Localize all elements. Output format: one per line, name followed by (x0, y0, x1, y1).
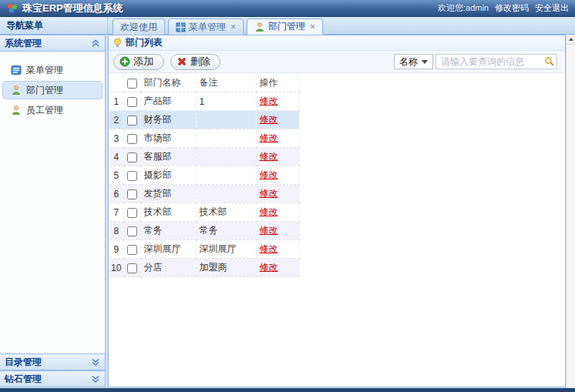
row-checkbox[interactable] (127, 189, 137, 199)
sidebar-item-dept-mgmt[interactable]: 部门管理 (2, 81, 103, 99)
modify-link[interactable]: 修改 (260, 262, 278, 273)
chevron-down-icon (422, 60, 428, 64)
delete-button[interactable]: 删除 (170, 54, 221, 70)
chevron-down-icon[interactable] (91, 357, 100, 367)
tab-label: 部门管理 (268, 20, 305, 33)
add-button-label: 添加 (133, 55, 154, 69)
remark-cell: 常务 (196, 222, 256, 240)
change-password-link[interactable]: 修改密码 (495, 2, 529, 14)
menu-icon (11, 65, 22, 75)
dept-name-cell: 财务部 (140, 111, 196, 129)
close-icon[interactable]: × (310, 23, 315, 31)
row-checkbox[interactable] (127, 97, 137, 107)
row-number: 7 (109, 203, 123, 222)
grid-icon (176, 22, 186, 32)
table-row[interactable]: 8常务常务修改 (109, 222, 299, 240)
sidebar-section-catalog-mgmt[interactable]: 目录管理 (0, 353, 106, 370)
app-window: 珠宝ERP管理信息系统 欢迎您:admin 修改密码 安全退出 导航菜单 欢迎使… (0, 0, 575, 392)
search-field-select[interactable]: 名称 (394, 54, 433, 69)
search-input[interactable] (435, 54, 557, 69)
sidebar-section-diamond-mgmt[interactable]: 钻石管理 (0, 370, 106, 387)
action-cell: 修改 (256, 111, 299, 129)
modify-link[interactable]: 修改 (260, 225, 278, 236)
sidebar-section-system-mgmt[interactable]: 系统管理 (0, 35, 106, 52)
row-checkbox[interactable] (127, 245, 137, 255)
row-number: 8 (109, 222, 123, 240)
row-checkbox-cell (123, 166, 140, 185)
close-icon[interactable]: × (230, 23, 236, 31)
row-checkbox[interactable] (127, 116, 137, 126)
action-cell: 修改 (256, 240, 299, 259)
tab-menu-mgmt[interactable]: 菜单管理× (168, 18, 244, 35)
row-checkbox-cell (123, 222, 140, 240)
sidebar-item-label: 部门管理 (26, 84, 63, 97)
action-cell: 修改 (256, 185, 299, 203)
chevron-up-icon[interactable] (91, 39, 100, 48)
header-checkbox-cell (123, 74, 140, 92)
modify-link[interactable]: 修改 (260, 243, 278, 254)
remark-cell: 加盟商 (196, 259, 256, 277)
modify-link[interactable]: 修改 (260, 114, 278, 125)
search-area: 名称 (394, 54, 560, 69)
tab-label: 欢迎使用 (120, 21, 157, 34)
remark-cell (196, 148, 256, 166)
header-col-0: 部门名称 (140, 74, 196, 92)
modify-link[interactable]: 修改 (260, 151, 278, 162)
row-checkbox[interactable] (127, 171, 137, 181)
section-label: 钻石管理 (5, 373, 42, 386)
triangle-up-icon (569, 38, 573, 41)
table-row[interactable]: 1产品部1修改 (109, 92, 299, 111)
remark-cell (196, 166, 256, 185)
row-checkbox-cell (123, 203, 140, 222)
chevron-down-icon[interactable] (91, 374, 100, 384)
modify-link[interactable]: 修改 (260, 95, 278, 106)
add-icon (119, 56, 130, 67)
table-row[interactable]: 3市场部修改 (109, 129, 299, 148)
welcome-text: 欢迎您:admin (438, 2, 489, 14)
table-row[interactable]: 2财务部修改 (109, 111, 299, 129)
action-cell: 修改 (256, 148, 299, 166)
row-checkbox[interactable] (127, 226, 137, 236)
modify-link[interactable]: 修改 (260, 188, 278, 199)
search-icon[interactable] (544, 56, 555, 67)
dept-name-cell: 常务 (140, 222, 196, 240)
logout-link[interactable]: 安全退出 (535, 2, 569, 14)
modify-link[interactable]: 修改 (260, 132, 278, 143)
scroll-up-button[interactable] (567, 35, 575, 45)
action-cell: 修改 (256, 129, 299, 148)
add-button[interactable]: 添加 (113, 54, 164, 70)
action-cell: 修改 (256, 259, 299, 277)
tab-dept-mgmt[interactable]: 部门管理× (247, 18, 323, 35)
row-checkbox[interactable] (127, 208, 137, 218)
header-col-1: 备注 (196, 74, 256, 92)
search-field-label: 名称 (399, 55, 418, 69)
section-label: 目录管理 (5, 356, 42, 369)
action-cell: 修改 (256, 166, 299, 185)
app-logo-icon (6, 3, 18, 14)
row-checkbox-cell (123, 111, 140, 129)
select-all-checkbox[interactable] (127, 79, 137, 89)
row-checkbox[interactable] (127, 152, 137, 162)
modify-link[interactable]: 修改 (260, 169, 278, 180)
table-row[interactable]: 10分店加盟商修改 (109, 259, 299, 277)
bulb-icon (113, 38, 123, 48)
sidebar-items: 菜单管理部门管理员工管理 (0, 52, 106, 353)
delete-button-label: 删除 (190, 55, 211, 69)
remark-cell (196, 185, 256, 203)
table-row[interactable]: 7技术部技术部修改 (109, 203, 299, 222)
table-row[interactable]: 4客服部修改 (109, 148, 299, 166)
table-row[interactable]: 5摄影部修改 (109, 166, 299, 185)
table-row[interactable]: 9深圳展厅深圳展厅修改 (109, 240, 299, 259)
vertical-scrollbar[interactable] (566, 35, 575, 387)
table-row[interactable]: 6发货部修改 (109, 185, 299, 203)
row-checkbox[interactable] (127, 134, 137, 144)
sidebar-item-staff-mgmt[interactable]: 员工管理 (2, 101, 103, 119)
tab-welcome[interactable]: 欢迎使用 (113, 18, 165, 35)
person-icon (11, 105, 22, 116)
row-number: 3 (109, 129, 123, 148)
bottom-border (0, 387, 575, 392)
row-checkbox[interactable] (127, 263, 137, 273)
sidebar-item-menu-mgmt[interactable]: 菜单管理 (2, 61, 103, 79)
titlebar-right: 欢迎您:admin 修改密码 安全退出 (438, 2, 569, 14)
modify-link[interactable]: 修改 (260, 206, 278, 217)
